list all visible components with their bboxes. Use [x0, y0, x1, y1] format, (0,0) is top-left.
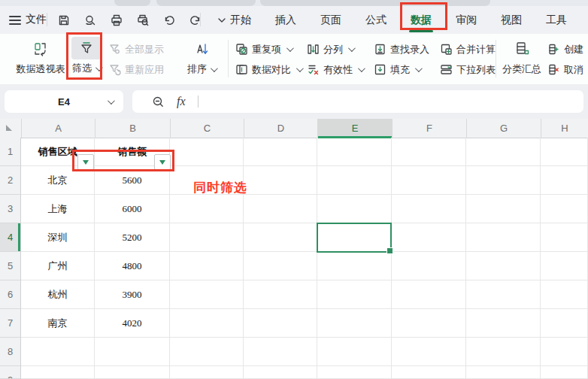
cell-B2[interactable]: 5600: [95, 166, 170, 195]
column-header-D[interactable]: D: [244, 119, 318, 138]
remove-duplicates-button[interactable]: 重复项: [235, 43, 302, 56]
cell-H4[interactable]: [541, 223, 588, 252]
cell-F5[interactable]: [392, 252, 466, 280]
cell-C1[interactable]: [170, 138, 244, 166]
cell-F2[interactable]: [392, 166, 466, 195]
reapply-button[interactable]: 重新应用: [108, 63, 164, 77]
sort-button[interactable]: 排序: [180, 38, 223, 76]
text-to-columns-button[interactable]: 分列: [307, 43, 363, 56]
name-box[interactable]: E4: [5, 90, 123, 113]
cell-G1[interactable]: [466, 138, 541, 166]
cell-G6[interactable]: [466, 280, 541, 309]
cell-C3[interactable]: [170, 195, 244, 223]
export-icon[interactable]: [82, 12, 99, 29]
column-header-E[interactable]: E: [318, 119, 393, 138]
column-header-H[interactable]: H: [541, 119, 588, 138]
cell-F4[interactable]: [392, 223, 466, 252]
cell-B6[interactable]: 3900: [95, 280, 170, 309]
validation-button[interactable]: 有效性: [307, 63, 363, 77]
subtotal-button[interactable]: 分类汇总: [499, 38, 545, 76]
cell-H5[interactable]: [541, 252, 588, 280]
select-all-corner[interactable]: [0, 119, 22, 138]
cell-H9[interactable]: [541, 366, 588, 379]
cell-H7[interactable]: [541, 309, 588, 338]
cell-E3[interactable]: [317, 195, 392, 223]
save-icon[interactable]: [56, 12, 72, 29]
filter-dropdown-amount[interactable]: [154, 154, 171, 170]
cell-G2[interactable]: [466, 166, 541, 195]
cell-D9[interactable]: [244, 366, 317, 379]
cell-D3[interactable]: [244, 195, 317, 223]
tab-insert[interactable]: 插入: [263, 6, 308, 34]
cell-B9[interactable]: [95, 366, 170, 379]
cell-F9[interactable]: [392, 366, 466, 379]
cell-G3[interactable]: [466, 195, 541, 223]
ungroup-button[interactable]: 取消: [547, 63, 588, 77]
cell-B7[interactable]: 4020: [95, 309, 170, 338]
cell-G5[interactable]: [466, 252, 541, 280]
row-header-4[interactable]: 4: [0, 223, 21, 252]
tab-tools[interactable]: 工具: [534, 6, 579, 34]
cell-E1[interactable]: [317, 138, 392, 166]
cell-G4[interactable]: [466, 223, 541, 252]
cell-D5[interactable]: [244, 252, 317, 280]
cell-C6[interactable]: [170, 280, 244, 309]
tab-formulas[interactable]: 公式: [353, 6, 399, 34]
column-header-C[interactable]: C: [171, 119, 244, 138]
cell-E9[interactable]: [317, 366, 392, 379]
file-menu[interactable]: 文件: [26, 13, 47, 26]
row-header-3[interactable]: 3: [0, 195, 21, 223]
row-header-6[interactable]: 6: [0, 280, 21, 309]
cell-C7[interactable]: [170, 309, 244, 338]
lookup-entry-button[interactable]: 查找录入: [374, 43, 429, 56]
formula-input[interactable]: fx: [132, 90, 583, 113]
cell-D6[interactable]: [244, 280, 317, 309]
print-preview-icon[interactable]: [135, 12, 151, 29]
cell-C5[interactable]: [170, 252, 244, 280]
cell-H2[interactable]: [541, 166, 588, 195]
data-compare-button[interactable]: 数据对比: [235, 63, 302, 77]
cell-A8[interactable]: [21, 338, 95, 366]
cell-H8[interactable]: [541, 338, 588, 366]
filter-dropdown-region[interactable]: [77, 154, 94, 170]
fill-button[interactable]: 填充: [374, 63, 429, 77]
row-header-9[interactable]: 9: [0, 366, 21, 379]
cell-E2[interactable]: [317, 166, 392, 195]
redo-icon[interactable]: [187, 12, 204, 29]
cell-H1[interactable]: [541, 138, 588, 166]
column-header-F[interactable]: F: [393, 119, 467, 138]
cell-A2[interactable]: 北京: [21, 166, 95, 195]
cell-D1[interactable]: [244, 138, 317, 166]
column-header-G[interactable]: G: [467, 119, 541, 138]
cell-A9[interactable]: [21, 366, 95, 379]
cell-F1[interactable]: [392, 138, 466, 166]
fill-handle[interactable]: [386, 247, 393, 254]
fx-icon[interactable]: fx: [177, 95, 186, 108]
column-header-A[interactable]: A: [22, 119, 95, 138]
cell-C2[interactable]: [170, 166, 244, 195]
cell-D4[interactable]: [244, 223, 317, 252]
cell-D7[interactable]: [244, 309, 317, 338]
filter-button[interactable]: 筛选: [71, 37, 102, 75]
consolidate-button[interactable]: 合并计算: [440, 43, 496, 56]
cell-G9[interactable]: [466, 366, 541, 379]
cell-F7[interactable]: [392, 309, 466, 338]
cell-H6[interactable]: [541, 280, 588, 309]
cell-A5[interactable]: 广州: [21, 252, 95, 280]
cell-C4[interactable]: [170, 223, 244, 252]
document-tab[interactable]: [156, 0, 256, 6]
cell-F8[interactable]: [392, 338, 466, 366]
cell-E8[interactable]: [317, 338, 392, 366]
row-header-1[interactable]: 1: [0, 138, 21, 166]
cell-A3[interactable]: 上海: [21, 195, 95, 223]
cell-G7[interactable]: [466, 309, 541, 338]
document-tab[interactable]: [114, 0, 150, 6]
dropdown-list-button[interactable]: 下拉列表: [440, 63, 496, 77]
create-group-button[interactable]: 创建: [547, 43, 588, 56]
hamburger-icon[interactable]: [9, 14, 21, 24]
cell-C9[interactable]: [170, 366, 244, 379]
tab-view[interactable]: 视图: [489, 6, 534, 34]
cell-G8[interactable]: [466, 338, 541, 366]
cell-D8[interactable]: [244, 338, 317, 366]
zoom-icon[interactable]: [152, 96, 165, 108]
